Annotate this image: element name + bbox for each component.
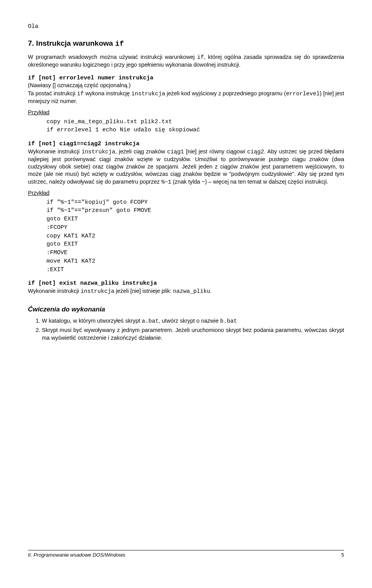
inline-code: a.bat (142, 318, 159, 324)
exercises-heading: Ćwiczenia do wykonania (28, 306, 344, 313)
section-heading-7: 7. Instrukcja warunkowa if (28, 39, 344, 48)
syntax-heading-exist: if [not] exist nazwa_pliku instrukcja (28, 280, 344, 287)
text: W katalogu, w którym utworzyłeś skrypt (42, 318, 142, 324)
inline-code: instrukcja (81, 288, 114, 294)
text: . (210, 288, 212, 294)
heading-code: if (115, 40, 124, 48)
text: , utwórz skrypt o nazwie (158, 318, 220, 324)
text: jeżeli [nie] istnieje plik: (114, 288, 173, 294)
example-label: Przykład (28, 109, 344, 115)
inline-code: ciąg1 (167, 149, 184, 155)
inline-code: if (197, 54, 204, 60)
inline-code: nazwa_pliku (173, 288, 210, 294)
intro-paragraph: W programach wsadowych można używać inst… (28, 53, 344, 69)
heading-text: 7. Instrukcja warunkowa (28, 39, 115, 47)
text: jeżeli kod wyjściowy z poprzedniego prog… (165, 90, 286, 96)
text: , jeżeli ciąg znaków (115, 148, 167, 155)
brackets-note: (Nawiasy [] oznaczają część opcjonalną.) (28, 82, 344, 88)
document-page: Ola 7. Instrukcja warunkowa if W program… (0, 0, 372, 569)
code-example-2: if "%~1"=="kopiuj" goto FCOPY if "%~1"==… (46, 198, 344, 274)
text: wykona instrukcję (84, 90, 131, 96)
form1-paragraph: Ta postać instrukcji if wykona instrukcj… (28, 90, 344, 105)
inline-code: errorlevel (286, 91, 320, 97)
list-item: Skrypt musi być wywoływany z jednym para… (42, 327, 344, 342)
form2-paragraph: Wykonanie instrukcji instrukcja, jeżeli … (28, 148, 344, 186)
text: W programach wsadowych można używać inst… (28, 54, 197, 60)
text: Skrypt musi być wywoływany z jednym para… (42, 327, 344, 341)
text: Ta postać instrukcji (28, 90, 77, 96)
syntax-heading-errorlevel: if [not] errorlevel numer instrukcja (28, 75, 344, 81)
inline-code: if (77, 91, 84, 97)
exercises-list: W katalogu, w którym utworzyłeś skrypt a… (28, 317, 344, 342)
inline-code: instrukcja (81, 149, 115, 155)
form3-paragraph: Wykonanie instrukcji instrukcja jeżeli [… (28, 287, 344, 295)
code-example-1: copy nie_ma_tego_pliku.txt plik2.txt if … (46, 118, 344, 135)
page-number: 5 (341, 552, 344, 558)
inline-code: b.bat (220, 318, 237, 324)
header-name: Ola (28, 23, 344, 30)
syntax-heading-string-compare: if [not] ciąg1==ciąg2 instrukcja (28, 141, 344, 147)
text: Wykonanie instrukcji (28, 148, 81, 155)
text: (znak tylda ~) – więcej na ten temat w d… (171, 179, 328, 185)
list-item: W katalogu, w którym utworzyłeś skrypt a… (42, 317, 344, 325)
footer-title: II. Programowanie wsadowe DOS/Windows (28, 552, 125, 558)
example-label: Przykład (28, 190, 344, 196)
text: [nie] jest równy ciągowi (184, 148, 247, 155)
inline-code: ciąg2 (247, 149, 264, 155)
page-footer: II. Programowanie wsadowe DOS/Windows 5 (28, 550, 344, 558)
inline-code: %~1 (161, 179, 171, 185)
text: Wykonanie instrukcji (28, 288, 81, 294)
inline-code: instrukcja (131, 91, 165, 97)
